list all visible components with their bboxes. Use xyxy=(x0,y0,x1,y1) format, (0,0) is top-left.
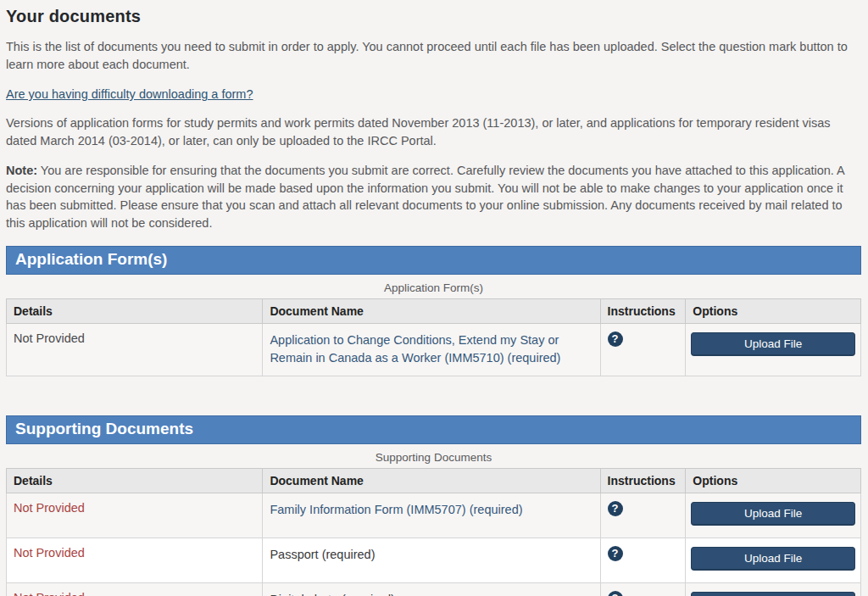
section-header-supporting-documents: Supporting Documents xyxy=(6,415,861,444)
table-row-passport: Not Provided Passport (required) ? Uploa… xyxy=(7,538,861,583)
column-header-document-name: Document Name xyxy=(263,469,600,493)
table-row: Not Provided Application to Change Condi… xyxy=(7,323,861,376)
question-mark-icon[interactable]: ? xyxy=(608,331,623,347)
table-header-row: Details Document Name Instructions Optio… xyxy=(7,469,861,493)
instructions-cell: ? xyxy=(600,538,686,583)
details-status: Not Provided xyxy=(14,501,85,515)
document-name-link[interactable]: Application to Change Conditions, Extend… xyxy=(270,333,560,365)
table-row-digital-photo: Not Provided Digital photo (required) ? … xyxy=(7,583,861,596)
document-name-cell: Family Information Form (IMM5707) (requi… xyxy=(263,493,600,538)
document-name-cell: Digital photo (required) xyxy=(263,583,600,596)
column-header-details: Details xyxy=(7,298,263,323)
instructions-cell: ? xyxy=(600,493,686,538)
page-title: Your documents xyxy=(6,7,861,26)
note-body: You are responsible for ensuring that th… xyxy=(6,164,844,230)
upload-file-button[interactable]: Upload File xyxy=(691,502,855,526)
column-header-details: Details xyxy=(7,469,263,493)
table-caption-application-forms: Application Form(s) xyxy=(6,281,861,294)
upload-file-button[interactable]: Upload File xyxy=(691,592,855,596)
column-header-options: Options xyxy=(686,469,861,493)
form-versions-paragraph: Versions of application forms for study … xyxy=(6,114,861,149)
column-header-options: Options xyxy=(686,298,861,323)
upload-file-button[interactable]: Upload File xyxy=(691,547,855,571)
document-name-text: Passport (required) xyxy=(270,548,375,561)
table-row-family-information: Not Provided Family Information Form (IM… xyxy=(7,493,861,538)
table-header-row: Details Document Name Instructions Optio… xyxy=(7,298,861,323)
question-mark-icon[interactable]: ? xyxy=(608,591,623,596)
options-cell: Upload File xyxy=(686,583,861,596)
document-name-link[interactable]: Family Information Form (IMM5707) (requi… xyxy=(270,503,522,516)
details-status: Not Provided xyxy=(14,591,85,596)
instructions-cell: ? xyxy=(600,583,686,596)
document-name-cell: Passport (required) xyxy=(263,538,600,583)
section-spacer xyxy=(6,376,861,415)
your-documents-page: Your documents This is the list of docum… xyxy=(0,0,868,596)
intro-paragraph: This is the list of documents you need t… xyxy=(6,38,861,73)
options-cell: Upload File xyxy=(686,538,861,583)
options-cell: Upload File xyxy=(686,323,861,376)
upload-file-button[interactable]: Upload File xyxy=(691,332,855,356)
details-cell: Not Provided xyxy=(7,323,263,376)
details-cell: Not Provided xyxy=(7,583,263,596)
document-name-cell: Application to Change Conditions, Extend… xyxy=(263,323,600,376)
note-paragraph: Note: You are responsible for ensuring t… xyxy=(6,162,861,231)
section-header-application-forms: Application Form(s) xyxy=(6,246,861,275)
details-status: Not Provided xyxy=(14,331,85,345)
application-forms-table: Details Document Name Instructions Optio… xyxy=(6,298,861,377)
question-mark-icon[interactable]: ? xyxy=(608,501,623,516)
difficulty-downloading-link[interactable]: Are you having difficulty downloading a … xyxy=(6,87,253,101)
question-mark-icon[interactable]: ? xyxy=(608,546,623,561)
column-header-instructions: Instructions xyxy=(600,298,686,323)
note-label: Note: xyxy=(6,164,37,177)
supporting-documents-table: Details Document Name Instructions Optio… xyxy=(6,468,861,596)
details-cell: Not Provided xyxy=(7,538,263,583)
table-caption-supporting-documents: Supporting Documents xyxy=(6,451,861,464)
column-header-document-name: Document Name xyxy=(263,298,600,323)
instructions-cell: ? xyxy=(600,323,686,376)
document-name-text: Digital photo (required) xyxy=(270,593,395,596)
options-cell: Upload File xyxy=(686,493,861,538)
details-status: Not Provided xyxy=(14,546,85,560)
column-header-instructions: Instructions xyxy=(600,469,686,493)
details-cell: Not Provided xyxy=(7,493,263,538)
